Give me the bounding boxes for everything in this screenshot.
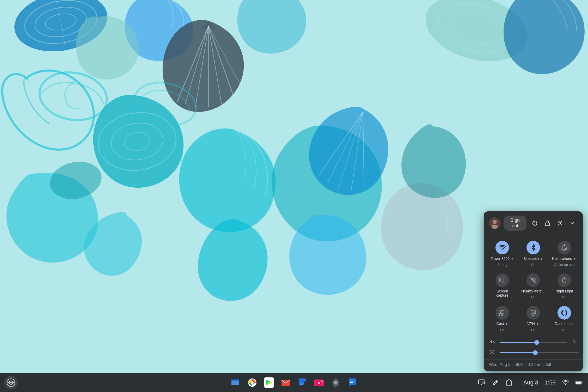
tray-time-text: 1:59 — [544, 379, 556, 386]
svg-line-58 — [490, 353, 491, 354]
svg-point-41 — [499, 315, 500, 316]
chrome-app-icon[interactable] — [246, 376, 259, 389]
notifications-sublabel: Off for an app — [554, 263, 574, 267]
clipboard-tray-icon[interactable] — [504, 378, 514, 387]
play-store-app-icon[interactable] — [262, 376, 276, 389]
svg-line-57 — [493, 350, 494, 351]
lock-button[interactable] — [542, 218, 553, 228]
collapse-button[interactable] — [567, 218, 578, 228]
wifi-sublabel: Strong — [497, 263, 507, 267]
svg-rect-95 — [582, 382, 583, 383]
svg-point-28 — [493, 220, 497, 224]
brightness-slider-thumb[interactable] — [533, 350, 538, 355]
svg-rect-64 — [231, 381, 239, 385]
svg-rect-91 — [507, 381, 511, 386]
screen-capture-label: Screencapture — [496, 289, 509, 297]
dark-theme-name: Dark theme — [555, 322, 573, 326]
svg-point-50 — [491, 351, 493, 353]
bluetooth-toggle-name: Bluetooth ▼ — [523, 256, 543, 261]
vpn-toggle[interactable]: VPN ▼ Off — [518, 302, 549, 335]
vpn-arrow: ▼ — [536, 322, 539, 326]
dark-theme-label: Dark theme — [555, 322, 573, 326]
sign-out-button[interactable]: Sign out — [504, 216, 526, 231]
settings-app-icon[interactable] — [329, 376, 342, 389]
tray-date[interactable]: Aug 3 — [522, 378, 540, 387]
qs-separator: · — [512, 362, 513, 367]
wifi-label: Tower 8205 — [491, 256, 510, 261]
qs-date: Wed, Aug 3 — [489, 362, 510, 367]
tray-divider — [518, 378, 518, 387]
brightness-slider-track[interactable] — [500, 352, 579, 353]
notifications-toggle-name: Notifications ▼ — [552, 256, 576, 261]
nearby-visibility-toggle[interactable]: Nearby visibi... Off — [518, 270, 549, 302]
files-app-icon[interactable] — [229, 376, 242, 389]
qs-sliders — [484, 337, 583, 359]
screen-record-tray-icon[interactable] — [477, 378, 487, 387]
messages-app-icon[interactable] — [346, 376, 359, 389]
notifications-toggle-icon — [558, 241, 571, 254]
svg-line-55 — [490, 350, 491, 351]
cast-toggle[interactable]: Cast ▼ Off — [487, 302, 518, 335]
svg-point-83 — [334, 381, 337, 384]
bluetooth-arrow: ▼ — [540, 257, 543, 261]
svg-point-31 — [559, 222, 561, 224]
volume-expand-button[interactable] — [570, 339, 579, 346]
cast-name: Cast ▼ — [496, 322, 508, 326]
vpn-name: VPN ▼ — [527, 322, 539, 326]
wifi-toggle-name: Tower 8205 ▼ — [491, 256, 514, 261]
qs-header-actions — [530, 218, 578, 228]
svg-rect-30 — [545, 223, 549, 226]
screen-capture-toggle[interactable]: Screencapture — [487, 270, 518, 302]
docs-app-icon[interactable] — [296, 376, 309, 389]
taskbar-center — [229, 376, 359, 389]
brightness-slider-fill — [500, 352, 535, 353]
volume-slider-row — [488, 339, 579, 346]
svg-rect-81 — [321, 381, 323, 382]
tray-wifi-icon[interactable] — [561, 378, 570, 387]
vpn-icon — [526, 306, 540, 320]
screen-capture-name: Screencapture — [496, 289, 509, 297]
tray-battery-icon[interactable] — [574, 378, 584, 387]
wifi-toggle[interactable]: Tower 8205 ▼ Strong — [487, 237, 518, 270]
wifi-toggle-icon — [495, 241, 509, 254]
tray-date-text: Aug 3 — [523, 379, 538, 386]
night-light-icon — [558, 273, 571, 287]
launcher-button[interactable] — [4, 376, 18, 389]
qs-bottom: Wed, Aug 3 · 80% · 0:16 until full — [484, 359, 583, 371]
svg-line-56 — [493, 353, 494, 354]
svg-point-47 — [563, 312, 565, 314]
night-light-label: Night Light — [555, 289, 573, 293]
nearby-visibility-name: Nearby visibi... — [521, 289, 545, 293]
svg-point-80 — [318, 382, 320, 383]
volume-slider-thumb[interactable] — [534, 340, 539, 345]
tray-time[interactable]: 1:59 — [543, 378, 557, 387]
dark-theme-toggle[interactable]: Dark theme On — [549, 302, 580, 335]
svg-point-42 — [532, 312, 534, 314]
settings-button[interactable] — [555, 218, 565, 228]
nearby-visibility-icon — [526, 273, 540, 287]
svg-rect-94 — [576, 382, 581, 384]
night-light-toggle[interactable]: Night Light Off — [549, 270, 580, 302]
notifications-arrow: ▼ — [573, 257, 576, 261]
mail-app-icon[interactable] — [279, 376, 292, 389]
svg-rect-40 — [500, 311, 504, 313]
qs-toggles-grid: Tower 8205 ▼ Strong Bluetooth ▼ On — [484, 235, 583, 337]
bluetooth-toggle[interactable]: Bluetooth ▼ On — [518, 237, 549, 270]
cast-arrow: ▼ — [505, 322, 508, 326]
dark-theme-sublabel: On — [562, 328, 566, 332]
qs-date-battery: Wed, Aug 3 · 80% · 0:16 until full — [489, 362, 578, 367]
bluetooth-toggle-icon — [526, 241, 540, 254]
power-button[interactable] — [530, 218, 540, 228]
volume-slider-track[interactable] — [500, 342, 567, 343]
svg-rect-89 — [482, 382, 485, 384]
night-light-sublabel: Off — [562, 295, 566, 299]
avatar[interactable] — [489, 217, 500, 229]
pen-tray-icon[interactable] — [491, 378, 500, 387]
qs-battery-status: 80% · 0:16 until full — [516, 362, 551, 367]
camera-app-icon[interactable] — [312, 376, 326, 389]
volume-muted-icon[interactable] — [488, 339, 496, 346]
taskbar-left — [4, 376, 18, 389]
bluetooth-label: Bluetooth — [523, 256, 539, 261]
notifications-toggle[interactable]: Notifications ▼ Off for an app — [549, 237, 580, 270]
night-light-name: Night Light — [555, 289, 573, 293]
